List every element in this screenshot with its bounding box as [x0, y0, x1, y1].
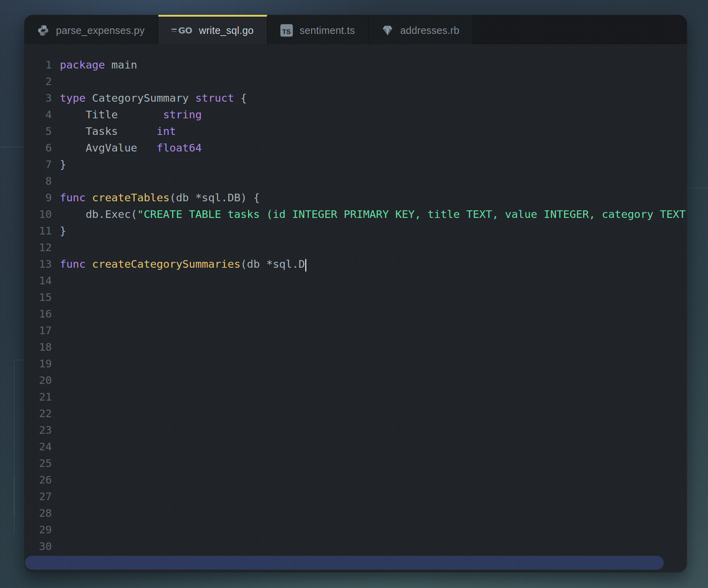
line-number: 6	[24, 139, 52, 156]
code-text	[52, 521, 60, 538]
code-line[interactable]: 13func createCategorySummaries(db *sql.D	[24, 256, 687, 272]
code-text: package main	[52, 56, 137, 73]
tab-write-sql-go[interactable]: GOwrite_sql.go	[158, 15, 267, 44]
code-line[interactable]: 29	[24, 521, 687, 538]
code-line[interactable]: 15	[24, 289, 687, 305]
code-line[interactable]: 16	[24, 305, 687, 322]
line-number: 22	[24, 405, 52, 422]
code-line[interactable]: 23	[24, 422, 687, 438]
line-number: 30	[24, 538, 52, 554]
code-line[interactable]: 14	[24, 272, 687, 289]
tab-sentiment-ts[interactable]: TSsentiment.ts	[267, 15, 369, 44]
code-text	[52, 505, 60, 521]
code-line[interactable]: 10 db.Exec("CREATE TABLE tasks (id INTEG…	[24, 206, 687, 222]
code-line[interactable]: 8	[24, 173, 687, 189]
backdrop-line	[687, 187, 708, 188]
code-line[interactable]: 5 Tasks int	[24, 123, 687, 139]
line-number: 13	[24, 256, 52, 272]
code-text	[52, 488, 60, 505]
line-number: 23	[24, 422, 52, 438]
code-text	[52, 272, 60, 289]
line-number: 26	[24, 471, 52, 488]
code-text	[52, 388, 60, 405]
line-number: 11	[24, 222, 52, 239]
line-number: 19	[24, 355, 52, 372]
tab-label: parse_expenses.py	[56, 25, 145, 36]
code-text	[52, 322, 60, 339]
go-icon: GO	[171, 26, 192, 36]
line-number: 24	[24, 438, 52, 455]
code-line[interactable]: 6 AvgValue float64	[24, 139, 687, 156]
line-number: 16	[24, 305, 52, 322]
code-line[interactable]: 17	[24, 322, 687, 339]
code-line[interactable]: 22	[24, 405, 687, 422]
code-line[interactable]: 25	[24, 455, 687, 471]
line-number: 14	[24, 272, 52, 289]
code-line[interactable]: 11}	[24, 222, 687, 239]
code-line[interactable]: 19	[24, 355, 687, 372]
code-line[interactable]: 26	[24, 471, 687, 488]
code-text	[52, 239, 60, 256]
code-text: AvgValue float64	[52, 139, 202, 156]
editor-window: parse_expenses.pyGOwrite_sql.goTSsentime…	[24, 15, 687, 572]
line-number: 7	[24, 156, 52, 173]
scrollbar-thumb[interactable]	[25, 556, 664, 570]
code-text	[52, 173, 60, 189]
code-text: type CategorySummary struct {	[52, 90, 247, 106]
line-number: 28	[24, 505, 52, 521]
code-text: Title string	[52, 106, 202, 123]
tab-parse-expenses-py[interactable]: parse_expenses.py	[24, 15, 158, 44]
code-text	[52, 73, 60, 90]
line-number: 15	[24, 289, 52, 305]
typescript-icon: TS	[280, 24, 293, 37]
code-line[interactable]: 27	[24, 488, 687, 505]
code-text	[52, 372, 60, 388]
code-text: func createTables(db *sql.DB) {	[52, 189, 260, 206]
line-number: 10	[24, 206, 52, 222]
code-text	[52, 471, 60, 488]
code-text: db.Exec("CREATE TABLE tasks (id INTEGER …	[52, 206, 686, 222]
code-text	[52, 339, 60, 355]
code-text: }	[52, 222, 66, 239]
code-line[interactable]: 24	[24, 438, 687, 455]
code-line[interactable]: 3type CategorySummary struct {	[24, 90, 687, 106]
code-text	[52, 422, 60, 438]
code-line[interactable]: 4 Title string	[24, 106, 687, 123]
code-line[interactable]: 2	[24, 73, 687, 90]
line-number: 1	[24, 56, 52, 73]
line-number: 9	[24, 189, 52, 206]
code-line[interactable]: 1package main	[24, 56, 687, 73]
tab-label: addresses.rb	[400, 25, 459, 36]
code-text	[52, 438, 60, 455]
line-number: 2	[24, 73, 52, 90]
tab-addresses-rb[interactable]: addresses.rb	[369, 15, 473, 44]
ruby-icon	[382, 25, 393, 36]
code-line[interactable]: 21	[24, 388, 687, 405]
code-editor-area[interactable]: 1package main23type CategorySummary stru…	[24, 44, 687, 572]
code-line[interactable]: 18	[24, 339, 687, 355]
line-number: 5	[24, 123, 52, 139]
tab-label: write_sql.go	[199, 25, 253, 36]
line-number: 20	[24, 372, 52, 388]
line-number: 21	[24, 388, 52, 405]
code-text	[52, 538, 60, 554]
code-line[interactable]: 28	[24, 505, 687, 521]
code-text: Tasks int	[52, 123, 176, 139]
backdrop-line	[0, 147, 24, 147]
code-line[interactable]: 7}	[24, 156, 687, 173]
horizontal-scrollbar[interactable]	[25, 556, 686, 570]
code-text	[52, 455, 60, 471]
code-line[interactable]: 30	[24, 538, 687, 554]
code-text	[52, 305, 60, 322]
code-text: }	[52, 156, 66, 173]
line-number: 17	[24, 322, 52, 339]
code-line[interactable]: 20	[24, 372, 687, 388]
code-text: func createCategorySummaries(db *sql.D	[52, 256, 306, 272]
backdrop-line	[14, 477, 15, 517]
code-line[interactable]: 12	[24, 239, 687, 256]
code-text	[52, 405, 60, 422]
line-number: 18	[24, 339, 52, 355]
tab-bar: parse_expenses.pyGOwrite_sql.goTSsentime…	[24, 15, 687, 44]
code-line[interactable]: 9func createTables(db *sql.DB) {	[24, 189, 687, 206]
code-text	[52, 289, 60, 305]
